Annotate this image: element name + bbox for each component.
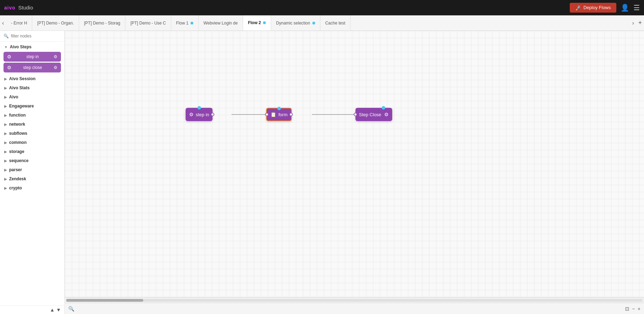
tab-label: Cache test: [325, 21, 345, 26]
tabs-bar: ‹ - Error H[PT] Demo - Organ.[PT] Demo -…: [0, 15, 644, 31]
form-port-left[interactable]: [265, 113, 269, 116]
node-step-close[interactable]: Step Close ⚙: [355, 108, 392, 121]
sidebar-section-aivo[interactable]: ▶Aivo: [0, 92, 64, 101]
top-bar: aivo Studio 🚀 Deploy Flows 👤 ☰: [0, 0, 644, 15]
sidebar-section-engageware[interactable]: ▶Engageware: [0, 101, 64, 110]
sidebar-node-step-close[interactable]: ⚙step close⚙: [4, 63, 61, 72]
section-label: network: [9, 122, 25, 127]
node-block-label: step in: [26, 54, 39, 59]
deploy-flows-button[interactable]: 🚀 Deploy Flows: [570, 3, 616, 13]
step-close-node-icon: ⚙: [384, 112, 389, 117]
zoom-out-button[interactable]: −: [632, 306, 635, 312]
sidebar: 🔍 ▼Aivo Steps⚙step in⚙⚙step close⚙▶Aivo …: [0, 31, 65, 314]
tab-unsaved-dot: [191, 22, 193, 25]
node-block-label: step close: [23, 65, 42, 70]
tab-[pt]-demo---storag[interactable]: [PT] Demo - Storag: [79, 15, 125, 30]
filter-nodes-input[interactable]: [11, 34, 63, 39]
tab-label: Flow 1: [176, 21, 188, 26]
form-port-right[interactable]: [289, 113, 293, 116]
tab-[pt]-demo---use-c[interactable]: [PT] Demo - Use C: [125, 15, 171, 30]
node-form[interactable]: 📋 form: [266, 108, 292, 121]
sidebar-node-step-in[interactable]: ⚙step in⚙: [4, 52, 61, 62]
sidebar-section-storage[interactable]: ▶storage: [0, 146, 64, 155]
sidebar-section-aivo-stats[interactable]: ▶Aivo Stats: [0, 83, 64, 92]
section-label: subflows: [9, 131, 27, 136]
sidebar-section-sequence[interactable]: ▶sequence: [0, 155, 64, 165]
chevron-icon: ▶: [4, 95, 7, 99]
tab-unsaved-dot: [312, 22, 315, 25]
step-close-port-left[interactable]: [354, 113, 357, 116]
tab---error-h[interactable]: - Error H: [6, 15, 32, 30]
step-close-node-label: Step Close: [359, 112, 381, 117]
sidebar-section-zendesk[interactable]: ▶Zendesk: [0, 174, 64, 183]
section-label: parser: [9, 167, 22, 172]
chevron-icon: ▶: [4, 132, 7, 135]
menu-icon[interactable]: ☰: [633, 4, 640, 12]
zoom-in-button[interactable]: +: [638, 306, 640, 312]
scroll-up-button[interactable]: ▲: [50, 307, 55, 313]
hscroll-track[interactable]: [66, 299, 643, 302]
section-label: storage: [9, 149, 24, 154]
node-step-in[interactable]: ⚙ step in: [186, 108, 213, 121]
tab-label: [PT] Demo - Use C: [130, 21, 166, 26]
tab-label: [PT] Demo - Organ.: [37, 21, 74, 26]
sidebar-scroll: ▼Aivo Steps⚙step in⚙⚙step close⚙▶Aivo Se…: [0, 42, 64, 305]
tab-flow-2[interactable]: Flow 2: [243, 15, 271, 30]
app-title: Studio: [18, 5, 33, 11]
scroll-down-button[interactable]: ▼: [56, 307, 61, 313]
sidebar-section-common[interactable]: ▶common: [0, 137, 64, 146]
search-canvas-button[interactable]: 🔍: [68, 306, 74, 312]
sidebar-section-crypto[interactable]: ▶crypto: [0, 183, 64, 192]
step-in-node-icon: ⚙: [189, 112, 194, 117]
tab-flow-1[interactable]: Flow 1: [171, 15, 199, 30]
section-label: Aivo Stats: [9, 85, 30, 90]
step-in-node-label: step in: [196, 112, 209, 117]
tab-webview-login-de[interactable]: Webview Login de: [199, 15, 243, 30]
tab-[pt]-demo---organ.[interactable]: [PT] Demo - Organ.: [32, 15, 79, 30]
search-icon: 🔍: [4, 34, 9, 39]
sidebar-search-area: 🔍: [0, 31, 64, 42]
sidebar-section-function[interactable]: ▶function: [0, 110, 64, 119]
tab-label: Webview Login de: [203, 21, 238, 26]
step-in-port-right[interactable]: [211, 113, 214, 116]
deploy-icon: 🚀: [575, 5, 581, 11]
step-in-port-top[interactable]: [198, 106, 201, 110]
connections-svg: [65, 31, 644, 297]
chevron-icon: ▶: [4, 150, 7, 154]
chevron-icon: ▶: [4, 186, 7, 190]
sidebar-section-subflows[interactable]: ▶subflows: [0, 128, 64, 137]
hscroll-thumb[interactable]: [66, 299, 143, 302]
chevron-icon: ▶: [4, 159, 7, 163]
tabs-scroll: - Error H[PT] Demo - Organ.[PT] Demo - S…: [6, 15, 630, 30]
step-close-port-top[interactable]: [382, 106, 385, 110]
tabs-add-button[interactable]: +: [636, 19, 644, 27]
topbar-right: 🚀 Deploy Flows 👤 ☰: [570, 3, 640, 13]
sidebar-section-parser[interactable]: ▶parser: [0, 165, 64, 174]
chevron-icon: ▶: [4, 104, 7, 108]
user-icon[interactable]: 👤: [621, 4, 629, 12]
section-label: Aivo Steps: [10, 44, 32, 49]
sidebar-section-network[interactable]: ▶network: [0, 119, 64, 128]
fit-view-button[interactable]: ⊡: [625, 306, 629, 312]
tabs-prev-button[interactable]: ‹: [0, 20, 6, 26]
flow-canvas[interactable]: ⚙ step in 📋 form Step Close ⚙: [65, 31, 644, 297]
tab-cache-test[interactable]: Cache test: [320, 15, 351, 30]
deploy-label: Deploy Flows: [583, 5, 611, 10]
bottom-right-controls: ⊡ − +: [625, 306, 640, 312]
chevron-icon: ▶: [4, 113, 7, 117]
section-label: Engageware: [9, 104, 34, 109]
sidebar-section-aivo-session[interactable]: ▶Aivo Session: [0, 74, 64, 83]
node-block-icon: ⚙: [7, 65, 12, 70]
section-label: Aivo: [9, 95, 18, 99]
tabs-next-button[interactable]: ›: [630, 20, 636, 26]
node-block-icon-right: ⚙: [54, 54, 57, 59]
node-block-icon-right: ⚙: [54, 65, 57, 70]
chevron-icon: ▶: [4, 77, 7, 81]
canvas-hscroll[interactable]: [65, 297, 644, 303]
form-port-top[interactable]: [277, 107, 281, 110]
section-label: common: [9, 140, 27, 145]
sidebar-section-aivo-steps[interactable]: ▼Aivo Steps: [0, 42, 64, 51]
chevron-icon: ▶: [4, 177, 7, 181]
tab-dynamic-selection[interactable]: Dynamic selection: [271, 15, 320, 30]
node-block-icon: ⚙: [7, 54, 12, 60]
